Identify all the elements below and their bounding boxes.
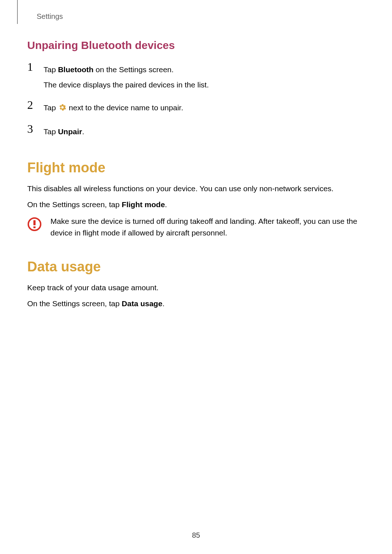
gear-icon	[59, 102, 66, 115]
warning-callout: Make sure the device is turned off durin…	[27, 216, 365, 239]
text: .	[165, 200, 167, 209]
step-3: 3 Tap Unpair.	[27, 124, 365, 140]
svg-rect-1	[33, 220, 36, 225]
text: .	[82, 127, 84, 136]
text: .	[162, 299, 164, 308]
text: On the Settings screen, tap	[27, 299, 122, 308]
header-breadcrumb: Settings	[37, 12, 63, 21]
step-body: Tap next to the device name to unpair.	[44, 100, 365, 117]
text: On the Settings screen, tap	[27, 200, 122, 209]
text: Tap	[44, 103, 58, 112]
bold-text: Data usage	[122, 299, 162, 308]
bold-text: Bluetooth	[58, 65, 94, 74]
step-2: 2 Tap next to the device name to unpair.	[27, 100, 365, 117]
step-1: 1 Tap Bluetooth on the Settings screen. …	[27, 62, 365, 93]
callout-text: Make sure the device is turned off durin…	[50, 216, 365, 239]
page-number: 85	[0, 531, 392, 539]
text: Tap	[44, 65, 58, 74]
subheading-unpairing: Unpairing Bluetooth devices	[27, 39, 365, 52]
svg-rect-2	[33, 226, 36, 228]
text: on the Settings screen.	[94, 65, 174, 74]
step-number: 3	[27, 123, 44, 135]
text: next to the device name to unpair.	[67, 103, 183, 112]
step-number: 1	[27, 61, 44, 73]
unpairing-steps: 1 Tap Bluetooth on the Settings screen. …	[27, 62, 365, 140]
bold-text: Flight mode	[122, 200, 165, 209]
heading-flight-mode: Flight mode	[27, 160, 365, 176]
text: This disables all wireless functions on …	[27, 182, 365, 195]
text: Tap	[44, 127, 58, 136]
caution-icon	[27, 217, 42, 233]
header-divider	[17, 0, 18, 24]
step-body: Tap Bluetooth on the Settings screen. Th…	[44, 62, 365, 93]
text: On the Settings screen, tap Flight mode.	[27, 198, 365, 211]
step-number: 2	[27, 99, 44, 111]
step-body: Tap Unpair.	[44, 124, 365, 140]
page-content: Unpairing Bluetooth devices 1 Tap Blueto…	[27, 39, 365, 313]
bold-text: Unpair	[58, 127, 82, 136]
text: Keep track of your data usage amount.	[27, 281, 365, 294]
text: The device displays the paired devices i…	[44, 78, 365, 91]
text: On the Settings screen, tap Data usage.	[27, 297, 365, 310]
heading-data-usage: Data usage	[27, 259, 365, 275]
